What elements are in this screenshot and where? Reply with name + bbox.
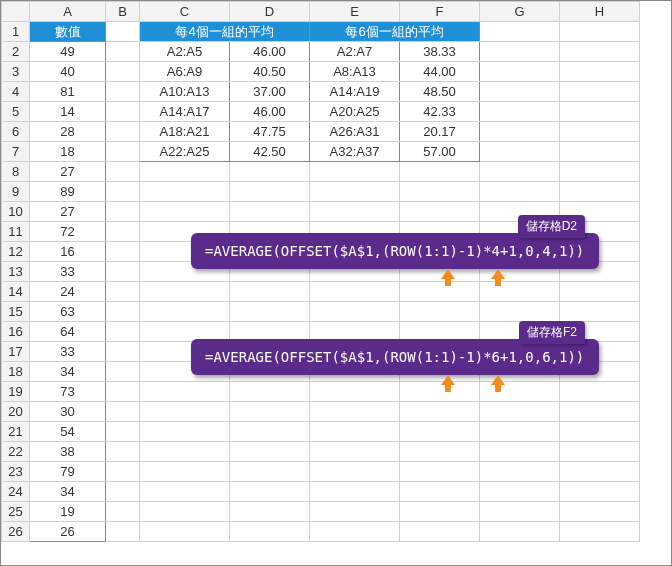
cell-D4[interactable]: 37.00: [230, 82, 310, 102]
cell-G24[interactable]: [480, 482, 560, 502]
cell-F24[interactable]: [400, 482, 480, 502]
cell-F10[interactable]: [400, 202, 480, 222]
col-header-F[interactable]: F: [400, 2, 480, 22]
cell-B19[interactable]: [106, 382, 140, 402]
cell-E21[interactable]: [310, 422, 400, 442]
cell-F23[interactable]: [400, 462, 480, 482]
cell-D20[interactable]: [230, 402, 310, 422]
cell-H25[interactable]: [560, 502, 640, 522]
cell-C6[interactable]: A18:A21: [140, 122, 230, 142]
row-header-2[interactable]: 2: [2, 42, 30, 62]
row-header-12[interactable]: 12: [2, 242, 30, 262]
cell-A21[interactable]: 54: [30, 422, 106, 442]
cell-E8[interactable]: [310, 162, 400, 182]
cell-D21[interactable]: [230, 422, 310, 442]
cell-C25[interactable]: [140, 502, 230, 522]
cell-A23[interactable]: 79: [30, 462, 106, 482]
cell-C5[interactable]: A14:A17: [140, 102, 230, 122]
cell-C24[interactable]: [140, 482, 230, 502]
cell-C3[interactable]: A6:A9: [140, 62, 230, 82]
row-header-3[interactable]: 3: [2, 62, 30, 82]
cell-F7[interactable]: 57.00: [400, 142, 480, 162]
cell-E15[interactable]: [310, 302, 400, 322]
cell-D2[interactable]: 46.00: [230, 42, 310, 62]
cell-B20[interactable]: [106, 402, 140, 422]
cell-E20[interactable]: [310, 402, 400, 422]
cell-E7[interactable]: A32:A37: [310, 142, 400, 162]
cell-H9[interactable]: [560, 182, 640, 202]
cell-G23[interactable]: [480, 462, 560, 482]
cell-E22[interactable]: [310, 442, 400, 462]
cell-G26[interactable]: [480, 522, 560, 542]
cell-E26[interactable]: [310, 522, 400, 542]
cell-A11[interactable]: 72: [30, 222, 106, 242]
row-header-13[interactable]: 13: [2, 262, 30, 282]
cell-A14[interactable]: 24: [30, 282, 106, 302]
cell-B18[interactable]: [106, 362, 140, 382]
cell-F14[interactable]: [400, 282, 480, 302]
cell-G21[interactable]: [480, 422, 560, 442]
cell-A16[interactable]: 64: [30, 322, 106, 342]
cell-A5[interactable]: 14: [30, 102, 106, 122]
cell-D26[interactable]: [230, 522, 310, 542]
cell-F9[interactable]: [400, 182, 480, 202]
cell-E6[interactable]: A26:A31: [310, 122, 400, 142]
cell-F5[interactable]: 42.33: [400, 102, 480, 122]
cell-H7[interactable]: [560, 142, 640, 162]
cell-F21[interactable]: [400, 422, 480, 442]
corner-cell[interactable]: [2, 2, 30, 22]
cell-E2[interactable]: A2:A7: [310, 42, 400, 62]
row-header-15[interactable]: 15: [2, 302, 30, 322]
row-header-9[interactable]: 9: [2, 182, 30, 202]
cell-F20[interactable]: [400, 402, 480, 422]
col-header-H[interactable]: H: [560, 2, 640, 22]
cell-F26[interactable]: [400, 522, 480, 542]
cell-B5[interactable]: [106, 102, 140, 122]
cell-C19[interactable]: [140, 382, 230, 402]
cell-B14[interactable]: [106, 282, 140, 302]
cell-H15[interactable]: [560, 302, 640, 322]
cell-D19[interactable]: [230, 382, 310, 402]
cell-C9[interactable]: [140, 182, 230, 202]
cell-B6[interactable]: [106, 122, 140, 142]
cell-E3[interactable]: A8:A13: [310, 62, 400, 82]
cell-E10[interactable]: [310, 202, 400, 222]
cell-C4[interactable]: A10:A13: [140, 82, 230, 102]
cell-D25[interactable]: [230, 502, 310, 522]
cell-E24[interactable]: [310, 482, 400, 502]
cell-A15[interactable]: 63: [30, 302, 106, 322]
cell-H21[interactable]: [560, 422, 640, 442]
cell-F25[interactable]: [400, 502, 480, 522]
cell-B26[interactable]: [106, 522, 140, 542]
cell-F3[interactable]: 44.00: [400, 62, 480, 82]
row-header-24[interactable]: 24: [2, 482, 30, 502]
cell-H2[interactable]: [560, 42, 640, 62]
cell-E19[interactable]: [310, 382, 400, 402]
col-header-B[interactable]: B: [106, 2, 140, 22]
cell-A12[interactable]: 16: [30, 242, 106, 262]
cell-G5[interactable]: [480, 102, 560, 122]
cell-A4[interactable]: 81: [30, 82, 106, 102]
row-header-25[interactable]: 25: [2, 502, 30, 522]
cell-G9[interactable]: [480, 182, 560, 202]
cell-F4[interactable]: 48.50: [400, 82, 480, 102]
cell-B10[interactable]: [106, 202, 140, 222]
cell-D5[interactable]: 46.00: [230, 102, 310, 122]
cell-C23[interactable]: [140, 462, 230, 482]
cell-B8[interactable]: [106, 162, 140, 182]
cell-C26[interactable]: [140, 522, 230, 542]
cell-H22[interactable]: [560, 442, 640, 462]
cell-D8[interactable]: [230, 162, 310, 182]
row-header-5[interactable]: 5: [2, 102, 30, 122]
col-header-G[interactable]: G: [480, 2, 560, 22]
cell-G3[interactable]: [480, 62, 560, 82]
cell-A9[interactable]: 89: [30, 182, 106, 202]
cell-A26[interactable]: 26: [30, 522, 106, 542]
cell-G20[interactable]: [480, 402, 560, 422]
cell-A6[interactable]: 28: [30, 122, 106, 142]
cell-E5[interactable]: A20:A25: [310, 102, 400, 122]
cell-D15[interactable]: [230, 302, 310, 322]
cell-B21[interactable]: [106, 422, 140, 442]
cell-H26[interactable]: [560, 522, 640, 542]
cell-C20[interactable]: [140, 402, 230, 422]
